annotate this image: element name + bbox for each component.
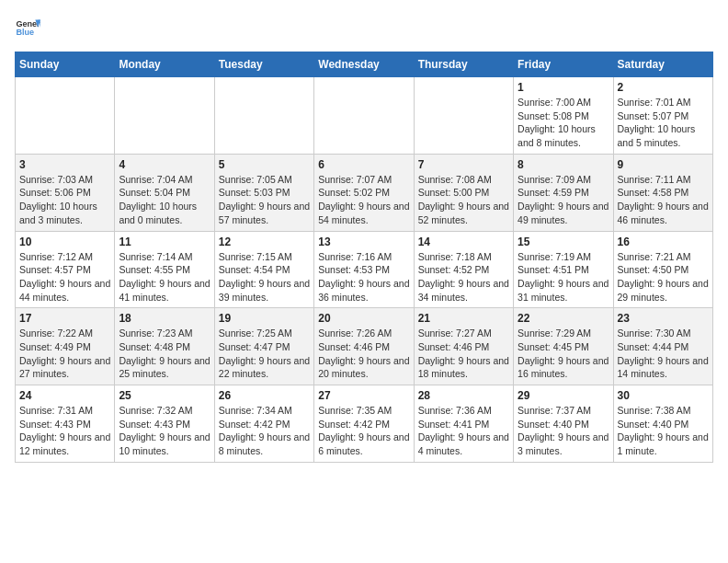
calendar-cell: 4Sunrise: 7:04 AM Sunset: 5:04 PM Daylig…	[115, 154, 214, 231]
day-number: 15	[518, 236, 609, 248]
day-info: Sunrise: 7:30 AM Sunset: 4:44 PM Dayligh…	[618, 327, 709, 381]
day-number: 11	[119, 236, 210, 248]
day-info: Sunrise: 7:07 AM Sunset: 5:02 PM Dayligh…	[318, 173, 409, 227]
logo-icon: General Blue	[15, 15, 40, 40]
day-number: 1	[518, 81, 609, 94]
day-number: 9	[618, 158, 709, 171]
col-header-wednesday: Wednesday	[314, 52, 414, 77]
col-header-friday: Friday	[514, 52, 613, 77]
col-header-saturday: Saturday	[613, 52, 712, 77]
day-number: 2	[618, 81, 709, 94]
day-number: 10	[19, 236, 110, 248]
calendar-week-row: 17Sunrise: 7:22 AM Sunset: 4:49 PM Dayli…	[16, 308, 713, 385]
calendar-table: SundayMondayTuesdayWednesdayThursdayFrid…	[15, 52, 713, 463]
day-number: 17	[19, 312, 110, 325]
calendar-cell: 17Sunrise: 7:22 AM Sunset: 4:49 PM Dayli…	[16, 308, 115, 385]
day-info: Sunrise: 7:23 AM Sunset: 4:48 PM Dayligh…	[119, 327, 210, 381]
page-header: General Blue	[15, 15, 713, 40]
calendar-cell: 14Sunrise: 7:18 AM Sunset: 4:52 PM Dayli…	[414, 231, 513, 308]
calendar-cell	[16, 77, 115, 155]
calendar-cell	[214, 77, 313, 155]
calendar-week-row: 10Sunrise: 7:12 AM Sunset: 4:57 PM Dayli…	[16, 231, 713, 308]
day-number: 5	[219, 158, 310, 171]
day-info: Sunrise: 7:31 AM Sunset: 4:43 PM Dayligh…	[19, 404, 110, 458]
calendar-cell: 28Sunrise: 7:36 AM Sunset: 4:41 PM Dayli…	[414, 385, 513, 463]
day-info: Sunrise: 7:05 AM Sunset: 5:03 PM Dayligh…	[219, 173, 310, 227]
day-number: 29	[518, 389, 609, 402]
calendar-cell: 12Sunrise: 7:15 AM Sunset: 4:54 PM Dayli…	[214, 231, 313, 308]
day-number: 16	[618, 236, 709, 248]
logo: General Blue	[15, 15, 40, 40]
col-header-monday: Monday	[115, 52, 214, 77]
day-number: 6	[318, 158, 409, 171]
day-info: Sunrise: 7:27 AM Sunset: 4:46 PM Dayligh…	[418, 327, 509, 381]
calendar-cell: 21Sunrise: 7:27 AM Sunset: 4:46 PM Dayli…	[414, 308, 513, 385]
day-info: Sunrise: 7:36 AM Sunset: 4:41 PM Dayligh…	[418, 404, 509, 458]
day-number: 24	[19, 389, 110, 402]
day-info: Sunrise: 7:15 AM Sunset: 4:54 PM Dayligh…	[219, 250, 310, 304]
calendar-cell: 9Sunrise: 7:11 AM Sunset: 4:58 PM Daylig…	[613, 154, 712, 231]
calendar-cell: 11Sunrise: 7:14 AM Sunset: 4:55 PM Dayli…	[115, 231, 214, 308]
day-number: 25	[119, 389, 210, 402]
calendar-cell: 7Sunrise: 7:08 AM Sunset: 5:00 PM Daylig…	[414, 154, 513, 231]
svg-text:Blue: Blue	[16, 28, 34, 37]
day-number: 7	[418, 158, 509, 171]
day-number: 3	[19, 158, 110, 171]
calendar-week-row: 3Sunrise: 7:03 AM Sunset: 5:06 PM Daylig…	[16, 154, 713, 231]
calendar-cell: 24Sunrise: 7:31 AM Sunset: 4:43 PM Dayli…	[16, 385, 115, 463]
calendar-cell: 27Sunrise: 7:35 AM Sunset: 4:42 PM Dayli…	[314, 385, 414, 463]
calendar-cell: 20Sunrise: 7:26 AM Sunset: 4:46 PM Dayli…	[314, 308, 414, 385]
calendar-cell: 19Sunrise: 7:25 AM Sunset: 4:47 PM Dayli…	[214, 308, 313, 385]
day-info: Sunrise: 7:18 AM Sunset: 4:52 PM Dayligh…	[418, 250, 509, 304]
day-number: 22	[518, 312, 609, 325]
day-info: Sunrise: 7:08 AM Sunset: 5:00 PM Dayligh…	[418, 173, 509, 227]
calendar-cell: 26Sunrise: 7:34 AM Sunset: 4:42 PM Dayli…	[214, 385, 313, 463]
day-number: 19	[219, 312, 310, 325]
day-info: Sunrise: 7:37 AM Sunset: 4:40 PM Dayligh…	[518, 404, 609, 458]
day-number: 13	[318, 236, 409, 248]
col-header-tuesday: Tuesday	[214, 52, 313, 77]
calendar-cell: 3Sunrise: 7:03 AM Sunset: 5:06 PM Daylig…	[16, 154, 115, 231]
calendar-cell: 22Sunrise: 7:29 AM Sunset: 4:45 PM Dayli…	[514, 308, 613, 385]
calendar-cell: 2Sunrise: 7:01 AM Sunset: 5:07 PM Daylig…	[613, 77, 712, 155]
calendar-week-row: 24Sunrise: 7:31 AM Sunset: 4:43 PM Dayli…	[16, 385, 713, 463]
day-info: Sunrise: 7:21 AM Sunset: 4:50 PM Dayligh…	[618, 250, 709, 304]
day-info: Sunrise: 7:26 AM Sunset: 4:46 PM Dayligh…	[318, 327, 409, 381]
day-info: Sunrise: 7:09 AM Sunset: 4:59 PM Dayligh…	[518, 173, 609, 227]
day-info: Sunrise: 7:01 AM Sunset: 5:07 PM Dayligh…	[618, 96, 709, 150]
day-number: 26	[219, 389, 310, 402]
day-number: 30	[618, 389, 709, 402]
day-info: Sunrise: 7:29 AM Sunset: 4:45 PM Dayligh…	[518, 327, 609, 381]
calendar-cell: 16Sunrise: 7:21 AM Sunset: 4:50 PM Dayli…	[613, 231, 712, 308]
day-info: Sunrise: 7:12 AM Sunset: 4:57 PM Dayligh…	[19, 250, 110, 304]
calendar-cell: 5Sunrise: 7:05 AM Sunset: 5:03 PM Daylig…	[214, 154, 313, 231]
calendar-cell: 8Sunrise: 7:09 AM Sunset: 4:59 PM Daylig…	[514, 154, 613, 231]
day-info: Sunrise: 7:25 AM Sunset: 4:47 PM Dayligh…	[219, 327, 310, 381]
calendar-cell: 30Sunrise: 7:38 AM Sunset: 4:40 PM Dayli…	[613, 385, 712, 463]
day-number: 18	[119, 312, 210, 325]
day-info: Sunrise: 7:16 AM Sunset: 4:53 PM Dayligh…	[318, 250, 409, 304]
day-number: 21	[418, 312, 509, 325]
day-number: 14	[418, 236, 509, 248]
calendar-cell: 15Sunrise: 7:19 AM Sunset: 4:51 PM Dayli…	[514, 231, 613, 308]
day-info: Sunrise: 7:34 AM Sunset: 4:42 PM Dayligh…	[219, 404, 310, 458]
day-number: 12	[219, 236, 310, 248]
day-info: Sunrise: 7:35 AM Sunset: 4:42 PM Dayligh…	[318, 404, 409, 458]
calendar-cell: 13Sunrise: 7:16 AM Sunset: 4:53 PM Dayli…	[314, 231, 414, 308]
calendar-cell: 25Sunrise: 7:32 AM Sunset: 4:43 PM Dayli…	[115, 385, 214, 463]
day-info: Sunrise: 7:32 AM Sunset: 4:43 PM Dayligh…	[119, 404, 210, 458]
calendar-cell	[115, 77, 214, 155]
calendar-cell: 23Sunrise: 7:30 AM Sunset: 4:44 PM Dayli…	[613, 308, 712, 385]
day-info: Sunrise: 7:14 AM Sunset: 4:55 PM Dayligh…	[119, 250, 210, 304]
col-header-thursday: Thursday	[414, 52, 513, 77]
day-number: 4	[119, 158, 210, 171]
day-info: Sunrise: 7:11 AM Sunset: 4:58 PM Dayligh…	[618, 173, 709, 227]
calendar-cell: 10Sunrise: 7:12 AM Sunset: 4:57 PM Dayli…	[16, 231, 115, 308]
day-info: Sunrise: 7:04 AM Sunset: 5:04 PM Dayligh…	[119, 173, 210, 227]
col-header-sunday: Sunday	[16, 52, 115, 77]
calendar-header-row: SundayMondayTuesdayWednesdayThursdayFrid…	[16, 52, 713, 77]
day-info: Sunrise: 7:03 AM Sunset: 5:06 PM Dayligh…	[19, 173, 110, 227]
calendar-cell: 6Sunrise: 7:07 AM Sunset: 5:02 PM Daylig…	[314, 154, 414, 231]
calendar-cell: 18Sunrise: 7:23 AM Sunset: 4:48 PM Dayli…	[115, 308, 214, 385]
day-number: 23	[618, 312, 709, 325]
